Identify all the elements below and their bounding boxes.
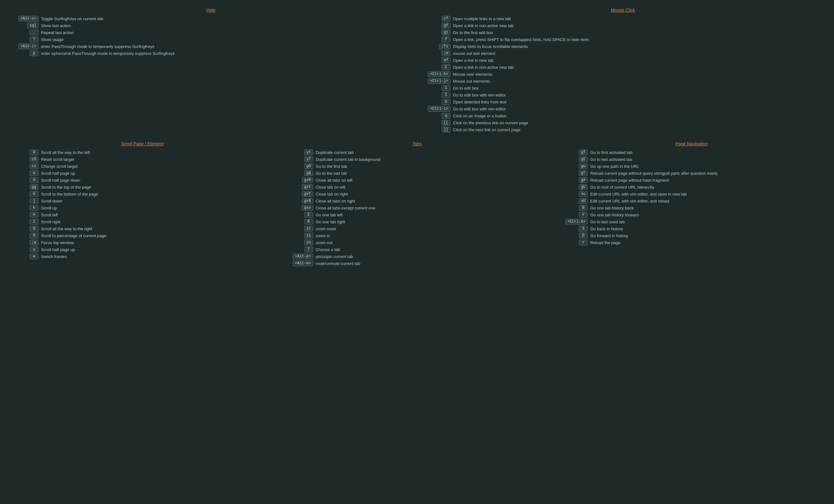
shortcut-desc: Scroll all the way to the right xyxy=(41,226,275,231)
shortcut-desc: Scroll left xyxy=(41,213,275,217)
shortcut-row: afOpen a link in new tab xyxy=(422,58,824,63)
shortcut-desc: Choose a tab xyxy=(316,247,549,252)
page-nav-title: Page Navigation xyxy=(559,141,824,146)
shortcut-desc: Scroll up xyxy=(41,206,275,211)
shortcut-desc: Close all tabs except current one xyxy=(316,206,549,211)
key-badge: O xyxy=(442,99,451,105)
shortcut-desc: zoom in xyxy=(316,234,549,238)
key-badge: k xyxy=(30,205,39,211)
shortcut-row: <Alt-p>pin/unpin current tab xyxy=(285,254,549,259)
shortcut-row: <Alt-i>enter PassThrough mode to tempora… xyxy=(10,44,412,49)
key-badge: E xyxy=(304,212,313,218)
shortcut-desc: Go to last used tab xyxy=(590,220,824,224)
shortcut-row: fOpen a link, press SHIFT to flip overla… xyxy=(422,37,824,42)
key-badge: g# xyxy=(579,177,588,183)
key-badge: i xyxy=(442,85,451,91)
shortcut-desc: Go to the first edit box xyxy=(453,30,824,35)
key-badge: <Alt-i> xyxy=(18,44,39,49)
shortcut-desc: Repeat last action xyxy=(41,30,412,35)
page-nav-section: Page Navigation gTGo to first activated … xyxy=(554,139,829,270)
key-badge: ]] xyxy=(442,127,451,132)
shortcut-row: COpen a link in non-active new tab xyxy=(422,64,824,70)
key-badge: R xyxy=(304,219,313,224)
key-badge: gU xyxy=(579,184,588,190)
key-badge: D xyxy=(579,233,588,238)
key-badge: gx$ xyxy=(302,198,313,204)
shortcut-desc: mouse out last element xyxy=(453,51,824,56)
shortcut-row: sqlShow last action xyxy=(10,23,412,28)
shortcut-row: zozoom out xyxy=(285,240,549,245)
key-badge: l xyxy=(30,219,39,224)
shortcut-row: eScroll half page up xyxy=(10,170,275,176)
shortcut-row: g$Go to the last tab xyxy=(285,170,549,176)
key-badge: p xyxy=(30,50,39,56)
key-badge: cf xyxy=(442,16,451,21)
shortcut-row: <Ctrl-i>Go to edit box with vim editor xyxy=(422,106,824,112)
key-badge: g$ xyxy=(304,170,313,176)
shortcut-desc: Go to edit box with vim editor xyxy=(453,93,824,97)
shortcut-row: sUEdit current URL with vim editor, and … xyxy=(559,198,824,204)
shortcut-row: gxxClose all tabs except current one xyxy=(285,205,549,211)
key-badge: % xyxy=(30,233,39,238)
key-badge: su xyxy=(579,191,588,197)
key-badge: $ xyxy=(30,226,39,232)
shortcut-row: lScroll right xyxy=(10,219,275,224)
shortcut-row: <Ctrl-j>Mouse out elements. xyxy=(422,78,824,84)
shortcut-desc: Close all tabs on right xyxy=(316,199,549,203)
shortcut-row: csChange scroll target xyxy=(10,163,275,169)
shortcut-desc: Go to last activated tab xyxy=(590,157,824,162)
key-badge: g0 xyxy=(304,163,313,169)
shortcut-desc: Go one tab history forward xyxy=(590,213,824,217)
key-badge: gg xyxy=(30,184,39,190)
shortcut-desc: Go to edit box with vim editor xyxy=(453,107,824,111)
shortcut-row: FGo one tab history forward xyxy=(559,212,824,218)
shortcut-desc: Close all tabs on left xyxy=(316,178,549,183)
key-badge: sU xyxy=(579,198,588,204)
shortcut-desc: Close tab on left xyxy=(316,185,549,190)
shortcut-row: DGo forward in history xyxy=(559,233,824,238)
shortcut-desc: zoom reset xyxy=(316,226,549,231)
shortcut-row: kScroll up xyxy=(10,205,275,211)
shortcut-desc: Scroll right xyxy=(41,220,275,224)
shortcut-row: ]]Click on the next link on current page xyxy=(422,127,824,132)
shortcut-row: gx0Close all tabs on left xyxy=(285,177,549,183)
shortcut-row: $Scroll all the way to the right xyxy=(10,226,275,232)
key-badge: zr xyxy=(304,226,313,232)
key-badge: cs xyxy=(30,163,39,169)
key-badge: r xyxy=(579,240,588,245)
shortcut-row: EGo one tab left xyxy=(285,212,549,218)
shortcut-desc: Click on an Image or a button xyxy=(453,113,824,118)
key-badge: h xyxy=(30,212,39,218)
shortcut-row: ;mmouse out last element xyxy=(422,50,824,56)
key-badge: gxT xyxy=(302,191,313,197)
shortcut-row: guGo up one path in the URL xyxy=(559,163,824,169)
shortcut-row: ?Show usage xyxy=(10,37,412,42)
shortcut-desc: Switch frames xyxy=(41,254,275,259)
shortcut-row: gxTClose tab on right xyxy=(285,191,549,197)
shortcut-desc: Duplicate current tab in background xyxy=(316,157,549,162)
shortcut-desc: Focus top window xyxy=(41,240,275,245)
shortcut-row: SGo back in history xyxy=(559,226,824,232)
shortcut-row: gTGo to first activated tab xyxy=(559,150,824,155)
key-badge: <Ctrl-h> xyxy=(428,71,451,77)
key-badge: ? xyxy=(30,37,39,42)
shortcut-row: gfOpen a link in non-active new tab xyxy=(422,23,824,28)
shortcut-desc: Scroll all the way to the left xyxy=(41,150,275,155)
scroll-page-section: Scroll Page / Element 0Scroll all the wa… xyxy=(5,139,280,270)
shortcut-row: %Scroll to percentage of current page xyxy=(10,233,275,238)
shortcut-desc: Open a link in new tab xyxy=(453,58,824,63)
shortcut-desc: Show usage xyxy=(41,37,412,42)
shortcut-desc: Reload the page xyxy=(590,240,824,245)
shortcut-desc: Open a link in non-active new tab xyxy=(453,65,824,70)
shortcut-row: gx$Close all tabs on right xyxy=(285,198,549,204)
shortcut-desc: Open a link in non-active new tab xyxy=(453,23,824,28)
shortcut-desc: Mouse over elements. xyxy=(453,72,824,76)
key-badge: e xyxy=(30,170,39,176)
shortcut-desc: Go up one path in the URL xyxy=(590,164,824,169)
shortcut-desc: Open multiple links in a new tab xyxy=(453,16,824,21)
key-badge: gxt xyxy=(302,184,313,190)
tabs-title: Tabs xyxy=(285,141,549,146)
key-badge: q xyxy=(442,113,451,118)
shortcut-desc: Open a link, press SHIFT to flip overlap… xyxy=(453,37,824,42)
key-badge: gT xyxy=(579,150,588,155)
